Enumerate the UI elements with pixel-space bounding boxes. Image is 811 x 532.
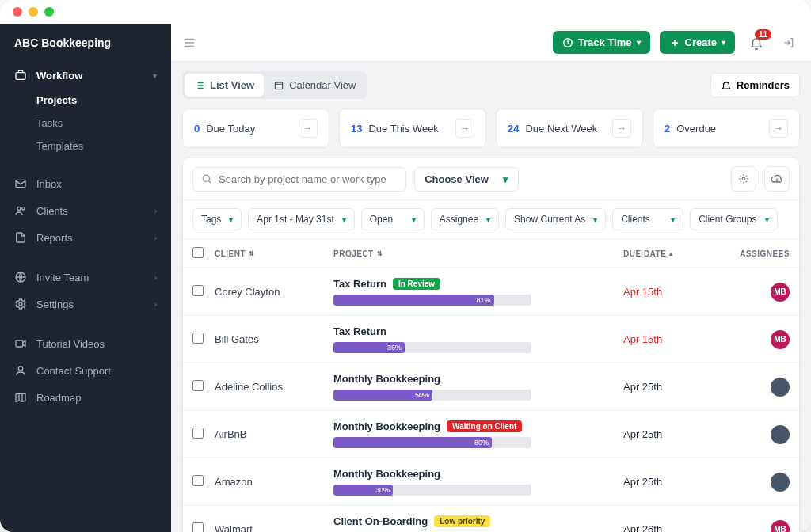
sidebar-item-clients[interactable]: Clients ›: [0, 197, 171, 224]
progress-percent: 50%: [415, 390, 429, 401]
table-row[interactable]: Amazon Monthly Bookkeeping 30% Apr 25th: [183, 458, 799, 506]
sidebar-sub-tasks[interactable]: Tasks: [36, 112, 171, 135]
assignee-avatar[interactable]: MB: [771, 330, 790, 349]
assignee-avatar[interactable]: MB: [771, 283, 790, 302]
progress-percent: 81%: [476, 294, 490, 306]
sidebar-item-invite[interactable]: Invite Team ›: [0, 264, 171, 291]
sidebar-item-reports[interactable]: Reports ›: [0, 224, 171, 251]
filter-assignee[interactable]: Assignee▾: [431, 208, 499, 230]
reminders-button[interactable]: Reminders: [710, 73, 800, 97]
maximize-window-dot[interactable]: [44, 7, 54, 17]
search-input[interactable]: [219, 173, 398, 185]
table-row[interactable]: Bill Gates Tax Return 36% Apr 15th MB: [183, 316, 799, 363]
window-titlebar: [0, 0, 811, 24]
sidebar-item-support[interactable]: Contact Support: [0, 357, 171, 384]
row-checkbox[interactable]: [192, 285, 204, 296]
sidebar-item-tutorials[interactable]: Tutorial Videos: [0, 330, 171, 357]
close-window-dot[interactable]: [13, 7, 22, 17]
arrow-right-icon[interactable]: →: [769, 119, 788, 138]
sort-icon: ⇅: [249, 250, 255, 257]
globe-icon: [14, 271, 27, 283]
button-label: Reminders: [737, 79, 790, 91]
chevron-down-icon: ▾: [722, 38, 725, 47]
column-header-due-date[interactable]: DUE DATE▴: [623, 249, 726, 258]
minimize-window-dot[interactable]: [29, 7, 38, 17]
choose-view-dropdown[interactable]: Choose View ▾: [414, 167, 519, 192]
sidebar-item-roadmap[interactable]: Roadmap: [0, 384, 171, 411]
table-row[interactable]: Corey Clayton Tax Return In Review 81% A…: [183, 268, 799, 316]
select-all-checkbox[interactable]: [192, 247, 204, 258]
track-time-button[interactable]: Track Time ▾: [553, 31, 650, 54]
topbar: Track Time ▾ Create ▾ 11: [171, 24, 811, 62]
status-tag: Waiting on Client: [447, 420, 522, 432]
due-label: Due Next Week: [525, 123, 606, 135]
sidebar-label: Roadmap: [36, 392, 157, 404]
arrow-right-icon[interactable]: →: [455, 119, 474, 138]
progress-percent: 80%: [474, 437, 489, 448]
filter-tags[interactable]: Tags▾: [192, 208, 242, 230]
chevron-right-icon: ›: [154, 300, 157, 309]
filter-date-range[interactable]: Apr 1st - May 31st▾: [248, 208, 354, 230]
row-checkbox[interactable]: [192, 522, 204, 532]
button-label: Create: [685, 36, 717, 48]
assignee-avatar[interactable]: [771, 425, 790, 444]
chevron-down-icon: ▾: [342, 215, 346, 224]
calendar-icon: [273, 80, 284, 91]
assignee-avatar[interactable]: [771, 378, 790, 397]
row-checkbox[interactable]: [192, 475, 204, 486]
svg-point-7: [18, 367, 22, 370]
bell-icon: [721, 80, 732, 91]
table-row[interactable]: AirBnB Monthly Bookkeeping Waiting on Cl…: [183, 411, 799, 458]
map-icon: [14, 391, 27, 404]
progress-bar: 30%: [333, 484, 531, 496]
due-label: Due Today: [206, 123, 292, 135]
exit-icon[interactable]: [778, 32, 800, 54]
chevron-right-icon: ›: [154, 273, 157, 282]
sort-icon: ⇅: [377, 250, 383, 257]
chevron-down-icon: ▾: [153, 71, 157, 80]
progress-bar: 81%: [333, 294, 531, 306]
column-header-client[interactable]: CLIENT⇅: [215, 249, 333, 258]
row-checkbox[interactable]: [192, 380, 204, 391]
due-card[interactable]: 2 Overdue →: [653, 108, 800, 148]
table-row[interactable]: Adeline Collins Monthly Bookkeeping 50% …: [183, 363, 799, 411]
hamburger-icon[interactable]: [182, 36, 196, 50]
filter-status[interactable]: Open▾: [361, 208, 425, 230]
tab-list-view[interactable]: List View: [185, 74, 264, 97]
filter-clients[interactable]: Clients▾: [612, 208, 683, 230]
sidebar-item-inbox[interactable]: Inbox: [0, 170, 171, 197]
project-name: Tax Return: [333, 325, 386, 337]
sidebar-sub-projects[interactable]: Projects: [36, 89, 171, 112]
list-icon: [194, 80, 205, 91]
column-header-project[interactable]: PROJECT⇅: [333, 249, 623, 258]
user-icon: [14, 364, 27, 377]
tab-calendar-view[interactable]: Calendar View: [264, 74, 365, 97]
cloud-download-button[interactable]: [764, 166, 790, 192]
brand-title: ABC Bookkeeping: [0, 24, 171, 62]
create-button[interactable]: Create ▾: [660, 31, 735, 54]
sidebar-item-workflow[interactable]: Workflow ▾: [0, 62, 171, 89]
row-checkbox[interactable]: [192, 428, 204, 439]
due-label: Due This Week: [368, 123, 449, 135]
row-checkbox[interactable]: [192, 332, 204, 344]
table-row[interactable]: Walmart Client On-Boarding Low priority …: [183, 506, 799, 532]
tab-label: List View: [210, 79, 254, 91]
assignee-avatar[interactable]: MB: [771, 520, 790, 533]
sidebar-item-settings[interactable]: Settings ›: [0, 291, 171, 317]
sidebar-label: Invite Team: [36, 272, 145, 283]
arrow-right-icon[interactable]: →: [299, 119, 318, 138]
assignee-avatar[interactable]: [771, 473, 790, 492]
due-card[interactable]: 13 Due This Week →: [339, 108, 486, 148]
arrow-right-icon[interactable]: →: [612, 119, 631, 138]
due-date: Apr 25th: [623, 428, 662, 440]
notifications-button[interactable]: 11: [744, 31, 768, 55]
filter-show-as[interactable]: Show Current As▾: [505, 208, 606, 230]
settings-icon-button[interactable]: [731, 166, 756, 192]
sidebar-sub-templates[interactable]: Templates: [36, 135, 171, 158]
search-box[interactable]: [192, 167, 406, 192]
due-card[interactable]: 0 Due Today →: [182, 108, 329, 148]
progress-bar: 36%: [333, 342, 531, 353]
due-card[interactable]: 24 Due Next Week →: [496, 108, 643, 148]
filter-client-groups[interactable]: Client Groups▾: [690, 208, 777, 230]
clock-icon: [562, 37, 573, 48]
